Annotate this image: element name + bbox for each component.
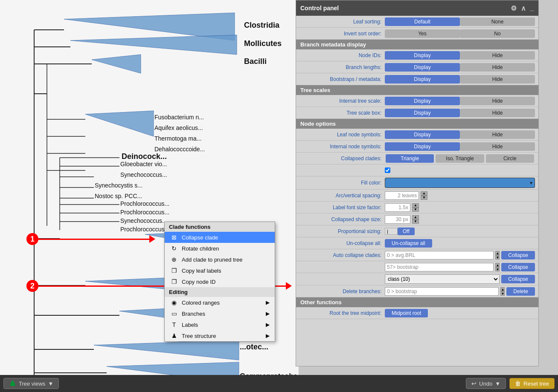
auto-collapse-btn-2[interactable]: Collapse bbox=[501, 263, 535, 271]
internal-node-symbols-row: Internal node symbols: Display Hide bbox=[296, 141, 538, 153]
tree-views-label: Tree views bbox=[19, 380, 45, 387]
svg-text:Deinocock...: Deinocock... bbox=[122, 152, 167, 161]
internal-symbols-hide-btn[interactable]: Hide bbox=[460, 142, 535, 151]
branch-lengths-hide-btn[interactable]: Hide bbox=[460, 63, 535, 72]
colored-ranges-icon: ◉ bbox=[170, 299, 178, 306]
copy-leaf-item[interactable]: ❐ Copy leaf labels bbox=[165, 265, 275, 276]
scale-box-display-btn[interactable]: Display bbox=[385, 109, 460, 117]
auto-collapse-btn-3[interactable]: Collapse bbox=[501, 275, 535, 283]
shape-size-input[interactable] bbox=[385, 215, 410, 224]
leaf-sorting-label: Leaf sorting: bbox=[299, 19, 385, 25]
checkbox-row bbox=[296, 164, 538, 176]
triangle-btn[interactable]: Triangle bbox=[386, 154, 434, 163]
scale-box-hide-btn[interactable]: Hide bbox=[460, 109, 535, 117]
fill-color-label: Fill color: bbox=[299, 180, 385, 186]
circle-btn[interactable]: Circle bbox=[486, 154, 534, 163]
chevron-up-icon[interactable]: ∧ bbox=[521, 4, 526, 12]
auto-collapse-input-2[interactable] bbox=[385, 263, 494, 271]
bootstraps-display-btn[interactable]: Display bbox=[385, 75, 460, 84]
leaf-sorting-default-btn[interactable]: Default bbox=[385, 17, 460, 26]
shape-size-up-btn[interactable]: ▲ bbox=[412, 215, 419, 219]
auto-collapse-up-1[interactable]: ▲ bbox=[495, 251, 500, 255]
tree-structure-label: Tree structure bbox=[182, 333, 216, 339]
node-ids-hide-btn[interactable]: Hide bbox=[460, 51, 535, 60]
leaf-node-symbols-row: Leaf node symbols: Display Hide bbox=[296, 129, 538, 141]
undo-btn[interactable]: ↩ Undo ▼ bbox=[466, 378, 506, 389]
leaf-symbols-display-btn[interactable]: Display bbox=[385, 130, 460, 139]
bottom-toolbar: 🌲 Tree views ▼ ↩ Undo ▼ 🗑 Reset tree bbox=[0, 375, 558, 392]
uncollapse-btn[interactable]: Un-collapse all bbox=[385, 239, 432, 248]
label-font-input[interactable] bbox=[385, 203, 410, 212]
branch-lengths-label: Branch lengths: bbox=[299, 64, 385, 70]
arc-spacing-down-btn[interactable]: ▼ bbox=[421, 196, 427, 200]
internal-symbols-display-btn[interactable]: Display bbox=[385, 142, 460, 151]
auto-collapse-input-1[interactable] bbox=[385, 251, 494, 259]
internal-scale-hide-btn[interactable]: Hide bbox=[460, 97, 535, 105]
control-panel: Control panel ⚙ ∧ _ Leaf sorting: Defaul… bbox=[296, 0, 539, 366]
labels-item[interactable]: T Labels ▶ bbox=[165, 319, 275, 330]
tree-scales-section: Tree scales bbox=[296, 85, 538, 95]
midpoint-root-btn[interactable]: Midpoint root bbox=[385, 309, 428, 317]
arrow-1-number: 1 bbox=[26, 233, 38, 245]
auto-collapse-btn-1[interactable]: Collapse bbox=[501, 251, 535, 259]
fill-color-row: Fill color: ▼ bbox=[296, 176, 538, 190]
delete-branches-up[interactable]: ▲ bbox=[500, 287, 505, 291]
add-clade-item[interactable]: ⊕ Add clade to pruned tree bbox=[165, 254, 275, 265]
rotate-children-item[interactable]: ↻ Rotate children bbox=[165, 243, 275, 254]
invert-no-btn[interactable]: No bbox=[460, 29, 535, 38]
tree-views-icon: 🌲 bbox=[9, 380, 16, 387]
svg-text:Gloeobacter vio...: Gloeobacter vio... bbox=[120, 161, 167, 167]
svg-text:...otec...: ...otec... bbox=[240, 343, 268, 351]
copy-node-item[interactable]: ❐ Copy node ID bbox=[165, 276, 275, 287]
auto-collapse-down-2[interactable]: ▼ bbox=[495, 267, 500, 271]
gear-icon[interactable]: ⚙ bbox=[511, 4, 517, 12]
auto-collapse-up-2[interactable]: ▲ bbox=[495, 263, 500, 267]
iso-triangle-btn[interactable]: Iso. Triangle bbox=[436, 154, 484, 163]
svg-marker-1 bbox=[70, 35, 237, 55]
branches-item[interactable]: ▭ Branches ▶ bbox=[165, 308, 275, 319]
svg-text:Dehalococccoide...: Dehalococccoide... bbox=[154, 146, 205, 153]
tree-views-btn[interactable]: 🌲 Tree views ▼ bbox=[3, 378, 59, 389]
auto-collapse-row-1: Auto collapse clades: ▲ ▼ Collapse bbox=[296, 249, 538, 261]
label-font-down-btn[interactable]: ▼ bbox=[412, 208, 419, 212]
svg-text:Synechococcus...: Synechococcus... bbox=[120, 217, 167, 224]
fill-color-picker[interactable]: ▼ bbox=[385, 178, 535, 188]
leaf-sorting-none-btn[interactable]: None bbox=[460, 17, 535, 26]
shape-size-down-btn[interactable]: ▼ bbox=[412, 219, 419, 224]
branch-lengths-display-btn[interactable]: Display bbox=[385, 63, 460, 72]
internal-scale-display-btn[interactable]: Display bbox=[385, 97, 460, 105]
arc-spacing-input[interactable] bbox=[385, 191, 419, 200]
svg-marker-2 bbox=[92, 55, 141, 73]
header-icons: ⚙ ∧ _ bbox=[511, 4, 534, 12]
delete-branches-down[interactable]: ▼ bbox=[500, 291, 505, 296]
arrow-1-line bbox=[38, 239, 149, 240]
node-options-section: Node options bbox=[296, 119, 538, 129]
reset-tree-btn[interactable]: 🗑 Reset tree bbox=[509, 378, 555, 389]
tree-structure-item[interactable]: ♟ Tree structure ▶ bbox=[165, 330, 275, 341]
colored-ranges-item[interactable]: ◉ Colored ranges ▶ bbox=[165, 297, 275, 308]
proportional-sizing-off-btn[interactable]: Off bbox=[398, 228, 415, 235]
delete-branches-input[interactable] bbox=[385, 287, 499, 296]
internal-tree-scale-row: Internal tree scale: Display Hide bbox=[296, 95, 538, 107]
minimize-icon[interactable]: _ bbox=[530, 4, 534, 12]
node-ids-display-btn[interactable]: Display bbox=[385, 51, 460, 60]
svg-marker-22 bbox=[94, 340, 239, 360]
labels-icon: T bbox=[170, 321, 178, 328]
reset-tree-label: Reset tree bbox=[523, 380, 549, 387]
leaf-symbols-hide-btn[interactable]: Hide bbox=[460, 130, 535, 139]
collapse-clade-item[interactable]: ⊠ Collapse clade bbox=[165, 232, 275, 243]
auto-collapse-label: Auto collapse clades: bbox=[299, 252, 385, 258]
auto-collapse-down-1[interactable]: ▼ bbox=[495, 255, 500, 259]
undo-arrow: ▼ bbox=[495, 380, 500, 387]
other-functions-section: Other functions bbox=[296, 297, 538, 307]
rotate-children-label: Rotate children bbox=[182, 245, 219, 252]
delete-branches-row: Delete branches: ▲ ▼ Delete bbox=[296, 285, 538, 297]
label-font-up-btn[interactable]: ▲ bbox=[412, 203, 419, 208]
arc-spacing-up-btn[interactable]: ▲ bbox=[421, 191, 427, 196]
invert-sort-row: Invert sort order: Yes No bbox=[296, 28, 538, 40]
delete-branches-btn[interactable]: Delete bbox=[506, 287, 535, 296]
collapse-checkbox[interactable] bbox=[385, 167, 390, 173]
bootstraps-hide-btn[interactable]: Hide bbox=[460, 75, 535, 84]
invert-yes-btn[interactable]: Yes bbox=[385, 29, 460, 38]
auto-collapse-select-3[interactable]: class (10) bbox=[385, 274, 500, 284]
